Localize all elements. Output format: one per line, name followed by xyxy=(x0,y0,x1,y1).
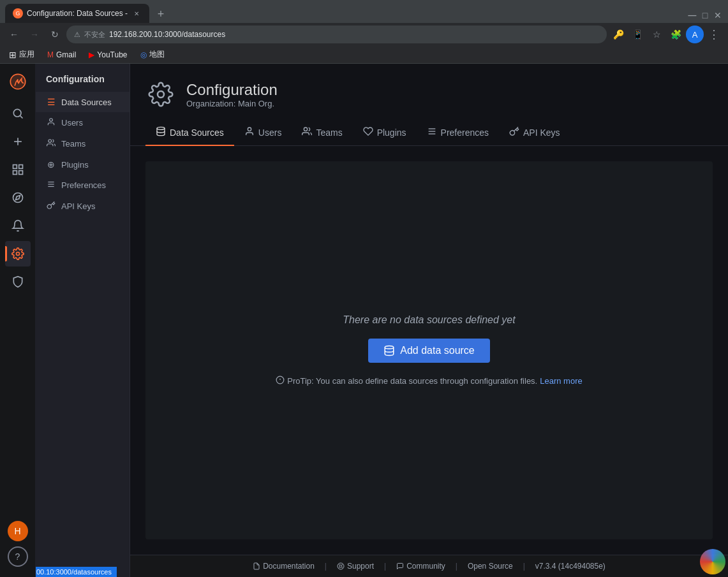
plugins-tab-label: Plugins xyxy=(377,128,406,138)
tab-plugins[interactable]: Plugins xyxy=(353,120,417,146)
preferences-submenu-label: Preferences xyxy=(61,180,106,190)
menu-icon-btn[interactable]: ⋮ xyxy=(705,26,723,43)
submenu-item-preferences[interactable]: Preferences xyxy=(36,175,130,196)
sidebar-help[interactable]: ? xyxy=(8,546,28,567)
tab-teams[interactable]: Teams xyxy=(292,120,352,146)
api-keys-submenu-label: API Keys xyxy=(61,201,95,211)
toolbar-icons: 🔑 📱 ☆ 🧩 A ⋮ xyxy=(609,26,723,43)
support-label: Support xyxy=(347,562,374,571)
open-source-label: Open Source xyxy=(468,562,513,571)
svg-point-11 xyxy=(16,252,19,256)
browser-tab[interactable]: G Configuration: Data Sources - ✕ xyxy=(5,4,149,23)
submenu-item-api-keys[interactable]: API Keys xyxy=(36,196,130,217)
sidebar-item-configuration[interactable] xyxy=(5,241,31,267)
teams-tab-icon xyxy=(302,126,312,138)
sidebar-bottom: H ? xyxy=(8,521,28,572)
security-label: 不安全 xyxy=(84,30,105,40)
svg-line-30 xyxy=(338,564,339,565)
maximize-button[interactable]: □ xyxy=(700,10,710,20)
page-header-text: Configuration Organization: Main Org. xyxy=(186,81,278,108)
learn-more-link[interactable]: Learn more xyxy=(540,376,582,386)
svg-line-33 xyxy=(338,567,339,568)
sidebar-item-explore[interactable] xyxy=(5,185,31,210)
sidebar-item-shield[interactable] xyxy=(5,269,31,295)
data-sources-tab-label: Data Sources xyxy=(170,128,224,138)
tab-preferences[interactable]: Preferences xyxy=(417,120,499,146)
sidebar-item-search[interactable] xyxy=(5,101,31,126)
api-keys-tab-icon xyxy=(509,126,519,138)
svg-point-24 xyxy=(385,346,394,349)
svg-point-19 xyxy=(248,128,251,131)
tab-data-sources[interactable]: Data Sources xyxy=(145,120,234,146)
maps-icon: ◎ xyxy=(140,50,147,59)
bookmark-maps[interactable]: ◎ 地图 xyxy=(137,48,168,61)
submenu-item-data-sources[interactable]: ☰ Data Sources xyxy=(36,92,130,112)
browser-toolbar: ← → ↻ ⚠ 不安全 192.168.200.10:3000/datasour… xyxy=(0,23,728,46)
new-tab-button[interactable]: + xyxy=(152,5,170,23)
data-sources-tab-icon xyxy=(156,126,166,138)
minimize-button[interactable]: ─ xyxy=(687,10,697,20)
data-sources-submenu-icon: ☰ xyxy=(46,97,56,107)
sidebar-item-create[interactable] xyxy=(5,129,31,154)
address-bar[interactable]: ⚠ 不安全 192.168.200.10:3000/datasources xyxy=(66,26,607,43)
tabs-bar: Data Sources Users Teams Plugins xyxy=(130,120,728,146)
sidebar-logo[interactable] xyxy=(5,69,31,94)
svg-point-13 xyxy=(48,140,52,143)
footer-open-source-link[interactable]: Open Source xyxy=(468,562,513,571)
gmail-label: Gmail xyxy=(56,50,76,59)
bookmark-apps[interactable]: ⊞ 应用 xyxy=(5,48,38,61)
users-tab-label: Users xyxy=(258,128,282,138)
tab-favicon: G xyxy=(13,8,23,18)
protip-icon xyxy=(276,376,285,386)
submenu-item-teams[interactable]: Teams xyxy=(36,133,130,154)
preferences-tab-icon xyxy=(427,126,437,138)
add-data-source-button[interactable]: Add data source xyxy=(368,339,490,363)
main-content: Configuration Organization: Main Org. Da… xyxy=(130,64,728,577)
footer-support-link[interactable]: Support xyxy=(337,562,374,571)
empty-state-text: There are no data sources defined yet xyxy=(343,314,515,326)
svg-line-31 xyxy=(341,567,343,568)
plugins-tab-icon xyxy=(363,126,373,138)
forward-button[interactable]: → xyxy=(26,26,43,43)
close-button[interactable]: ✕ xyxy=(713,10,723,20)
users-submenu-label: Users xyxy=(61,118,83,128)
users-submenu-icon xyxy=(46,117,56,128)
empty-state: There are no data sources defined yet Ad… xyxy=(161,314,697,386)
bookmarks-bar: ⊞ 应用 M Gmail ▶ YouTube ◎ 地图 xyxy=(0,46,728,64)
key-icon-btn[interactable]: 🔑 xyxy=(609,26,627,43)
tab-api-keys[interactable]: API Keys xyxy=(499,120,570,146)
sidebar-item-dashboards[interactable] xyxy=(5,157,31,182)
page-header-icon xyxy=(145,79,176,110)
youtube-icon: ▶ xyxy=(89,50,94,59)
sidebar-item-alerting[interactable] xyxy=(5,213,31,238)
preferences-submenu-icon xyxy=(46,180,56,191)
sidebar-avatar[interactable]: H xyxy=(8,521,28,541)
api-keys-submenu-icon xyxy=(46,201,56,212)
add-data-source-label: Add data source xyxy=(400,345,475,356)
page-header: Configuration Organization: Main Org. xyxy=(130,64,728,110)
bookmark-youtube[interactable]: ▶ YouTube xyxy=(85,49,131,61)
bookmark-gmail[interactable]: M Gmail xyxy=(43,49,80,61)
gmail-icon: M xyxy=(47,50,54,59)
tab-users[interactable]: Users xyxy=(234,120,292,146)
footer-community-link[interactable]: Community xyxy=(396,562,445,571)
svg-point-18 xyxy=(157,127,165,129)
svg-rect-8 xyxy=(19,171,22,175)
footer-divider-2: | xyxy=(384,562,386,571)
submenu-item-users[interactable]: Users xyxy=(36,112,130,133)
documentation-label: Documentation xyxy=(263,562,315,571)
svg-line-2 xyxy=(20,116,22,119)
svg-line-32 xyxy=(341,564,343,565)
svg-point-9 xyxy=(13,193,22,203)
reload-button[interactable]: ↻ xyxy=(46,26,64,43)
cast-icon-btn[interactable]: 📱 xyxy=(628,26,646,43)
profile-button[interactable]: A xyxy=(686,26,704,43)
svg-rect-6 xyxy=(19,165,22,169)
submenu-item-plugins[interactable]: ⊕ Plugins xyxy=(36,154,130,175)
bookmark-icon-btn[interactable]: ☆ xyxy=(648,26,665,43)
tab-close-icon[interactable]: ✕ xyxy=(131,8,142,18)
submenu: Configuration ☰ Data Sources Users Teams… xyxy=(36,64,130,577)
back-button[interactable]: ← xyxy=(5,26,23,43)
footer-documentation-link[interactable]: Documentation xyxy=(253,562,315,571)
extensions-icon-btn[interactable]: 🧩 xyxy=(667,26,685,43)
